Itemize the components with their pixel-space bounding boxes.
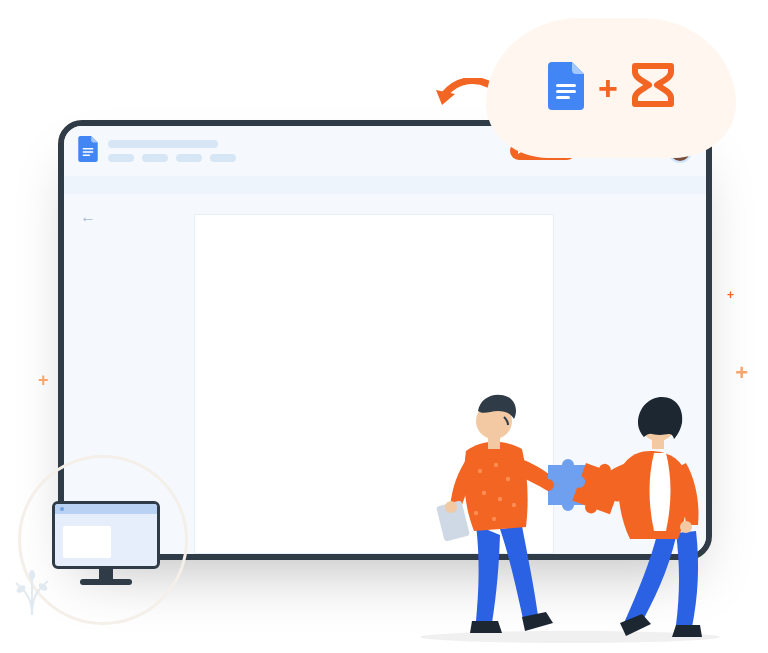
- svg-rect-1: [556, 90, 576, 93]
- svg-point-19: [445, 501, 457, 513]
- spark-icon: +: [727, 288, 734, 302]
- svg-point-14: [498, 497, 502, 501]
- toolbar-strip: [64, 176, 706, 194]
- spark-icon: +: [38, 370, 49, 391]
- jibble-hourglass-icon: [632, 63, 674, 113]
- svg-point-8: [29, 570, 35, 580]
- google-docs-icon: [548, 62, 584, 114]
- google-docs-icon: [78, 136, 98, 166]
- integration-bubble: +: [486, 18, 736, 158]
- svg-rect-5: [83, 154, 91, 156]
- svg-point-16: [474, 511, 478, 515]
- svg-point-10: [478, 469, 482, 473]
- svg-point-23: [680, 521, 692, 533]
- svg-rect-2: [556, 96, 570, 99]
- svg-point-17: [492, 517, 496, 521]
- monitor-badge: [18, 455, 188, 625]
- monitor-icon: [52, 501, 160, 585]
- back-arrow-icon[interactable]: ←: [80, 210, 178, 228]
- person-left: [436, 395, 594, 633]
- people-illustration: [400, 345, 740, 645]
- person-right: [570, 397, 702, 637]
- svg-rect-3: [83, 148, 94, 150]
- svg-rect-4: [83, 151, 94, 153]
- plus-icon: +: [598, 69, 618, 108]
- document-title-placeholder: [108, 140, 236, 162]
- svg-point-12: [506, 477, 510, 481]
- svg-rect-0: [556, 84, 576, 87]
- svg-point-11: [494, 463, 498, 467]
- svg-point-15: [512, 503, 516, 507]
- svg-point-13: [482, 491, 486, 495]
- arrow-icon: [430, 78, 494, 128]
- leaf-icon: [12, 565, 52, 615]
